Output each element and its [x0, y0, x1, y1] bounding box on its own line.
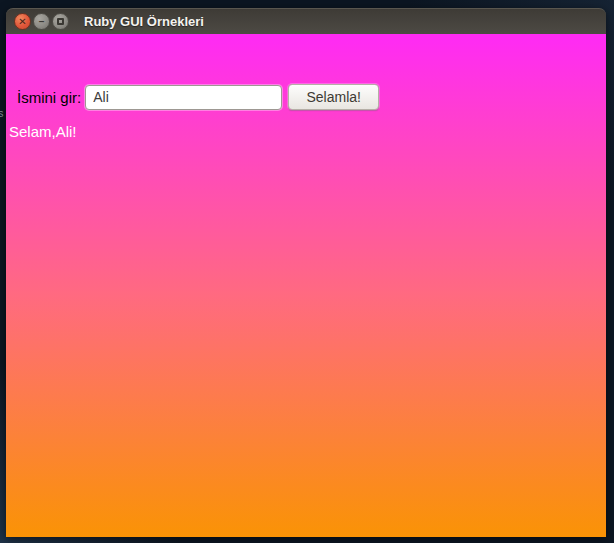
- app-window: ✕ – Ruby GUI Örnekleri İsmini gir: Selam…: [6, 8, 606, 537]
- close-icon: ✕: [18, 16, 26, 26]
- desktop-text-fragment: s: [0, 107, 5, 119]
- maximize-icon: [57, 18, 64, 25]
- name-label: İsmini gir:: [17, 89, 81, 106]
- maximize-button[interactable]: [52, 13, 69, 30]
- close-button[interactable]: ✕: [14, 13, 31, 30]
- desktop-background: s ✕ – Ruby GUI Örnekleri İsmini gir: Sel…: [0, 0, 614, 543]
- minimize-button[interactable]: –: [33, 13, 50, 30]
- name-input[interactable]: [85, 85, 282, 110]
- titlebar[interactable]: ✕ – Ruby GUI Örnekleri: [6, 8, 606, 34]
- greet-button[interactable]: Selamla!: [288, 84, 379, 110]
- window-title: Ruby GUI Örnekleri: [84, 14, 204, 29]
- window-content: İsmini gir: Selamla! Selam,Ali!: [6, 34, 606, 537]
- minimize-icon: –: [39, 16, 45, 26]
- greeting-form: İsmini gir: Selamla!: [17, 84, 379, 110]
- greeting-text: Selam,Ali!: [9, 123, 77, 140]
